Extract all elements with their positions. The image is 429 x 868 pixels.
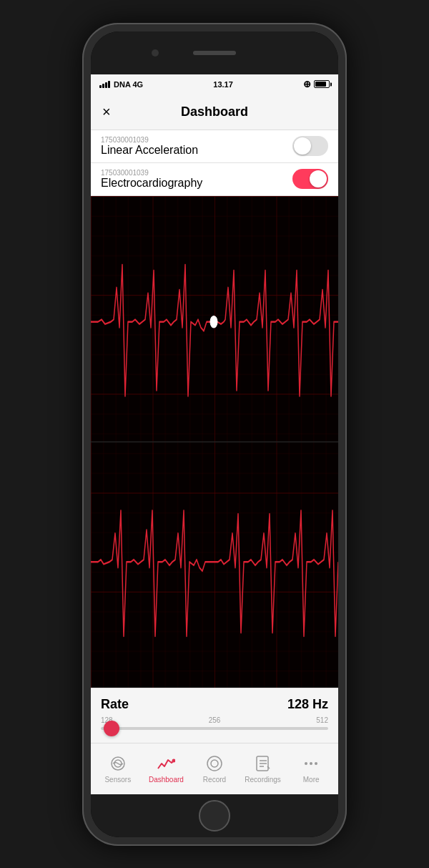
tab-bar: Sensors Dashboard: [91, 743, 338, 794]
page-title: Dashboard: [181, 104, 248, 120]
battery-icon: [314, 80, 330, 88]
rate-header: Rate 128 Hz: [101, 697, 328, 712]
sensor-row-linear: 175030001039 Linear Acceleration: [91, 130, 338, 163]
battery-fill: [315, 82, 326, 87]
camera: [152, 49, 159, 57]
tab-record[interactable]: Record: [190, 754, 239, 784]
tab-recordings-label: Recordings: [245, 776, 281, 784]
rate-label: Rate: [101, 697, 129, 712]
status-left: DNA 4G: [99, 80, 143, 89]
signal-bar-3: [105, 82, 107, 88]
tab-sensors-label: Sensors: [104, 776, 131, 784]
recordings-icon: [253, 754, 273, 774]
speaker: [193, 51, 236, 55]
rate-slider[interactable]: [101, 727, 328, 730]
rate-value: 128 Hz: [287, 697, 328, 712]
sensor-id-ecg: 175030001039: [101, 169, 202, 177]
location-icon: ⊕: [303, 79, 311, 89]
nav-header: × Dashboard: [91, 94, 338, 130]
tab-dashboard-label: Dashboard: [149, 776, 184, 784]
tab-record-label: Record: [203, 776, 226, 784]
ecg-chart-area: [91, 196, 338, 688]
sensors-icon: [108, 754, 128, 774]
sensor-name-linear: Linear Acceleration: [101, 144, 198, 157]
svg-point-15: [315, 762, 317, 765]
screen-content: DNA 4G 13.17 ⊕ × Dashboard 175030001039: [91, 74, 338, 794]
toggle-thumb-ecg: [310, 170, 327, 187]
toggle-linear[interactable]: [292, 136, 328, 156]
sensor-id-linear: 175030001039: [101, 136, 198, 144]
status-bar: DNA 4G 13.17 ⊕: [91, 74, 338, 94]
scale-256: 256: [209, 716, 221, 724]
svg-point-7: [211, 760, 218, 767]
rate-slider-thumb[interactable]: [104, 721, 119, 736]
svg-point-14: [310, 762, 312, 765]
signal-bars: [99, 81, 110, 88]
ecg-svg: [91, 196, 338, 688]
time-label: 13.17: [213, 80, 233, 89]
phone-frame: DNA 4G 13.17 ⊕ × Dashboard 175030001039: [82, 23, 347, 846]
close-button[interactable]: ×: [102, 104, 111, 120]
signal-bar-4: [108, 81, 110, 88]
home-button[interactable]: [199, 800, 230, 832]
dashboard-icon: [156, 754, 176, 774]
sensor-info-ecg: 175030001039 Electrocardiography: [101, 169, 202, 190]
more-icon: [301, 754, 321, 774]
signal-bar-2: [102, 84, 104, 88]
sensor-info-linear: 175030001039 Linear Acceleration: [101, 136, 198, 157]
toggle-thumb-linear: [294, 137, 311, 155]
tab-sensors[interactable]: Sensors: [94, 754, 142, 784]
signal-bar-1: [99, 85, 102, 88]
tab-more-label: More: [303, 776, 320, 784]
ecg-marker: [210, 316, 217, 327]
record-icon: [204, 754, 225, 774]
top-bezel: [91, 31, 338, 74]
carrier-label: DNA 4G: [114, 80, 143, 89]
sensor-row-ecg: 175030001039 Electrocardiography: [91, 163, 338, 196]
scale-512: 512: [316, 716, 328, 724]
svg-point-13: [305, 762, 307, 765]
rate-section: Rate 128 Hz 128 256 512: [91, 688, 338, 743]
tab-recordings[interactable]: Recordings: [239, 754, 287, 784]
tab-more[interactable]: More: [287, 754, 335, 784]
sensor-name-ecg: Electrocardiography: [101, 177, 202, 190]
bottom-bezel: [91, 794, 338, 837]
status-right: ⊕: [303, 79, 330, 89]
svg-point-6: [207, 756, 222, 771]
tab-dashboard[interactable]: Dashboard: [142, 754, 191, 784]
phone-screen: DNA 4G 13.17 ⊕ × Dashboard 175030001039: [91, 31, 338, 837]
rate-scale: 128 256 512: [101, 716, 328, 724]
toggle-ecg[interactable]: [292, 169, 328, 189]
